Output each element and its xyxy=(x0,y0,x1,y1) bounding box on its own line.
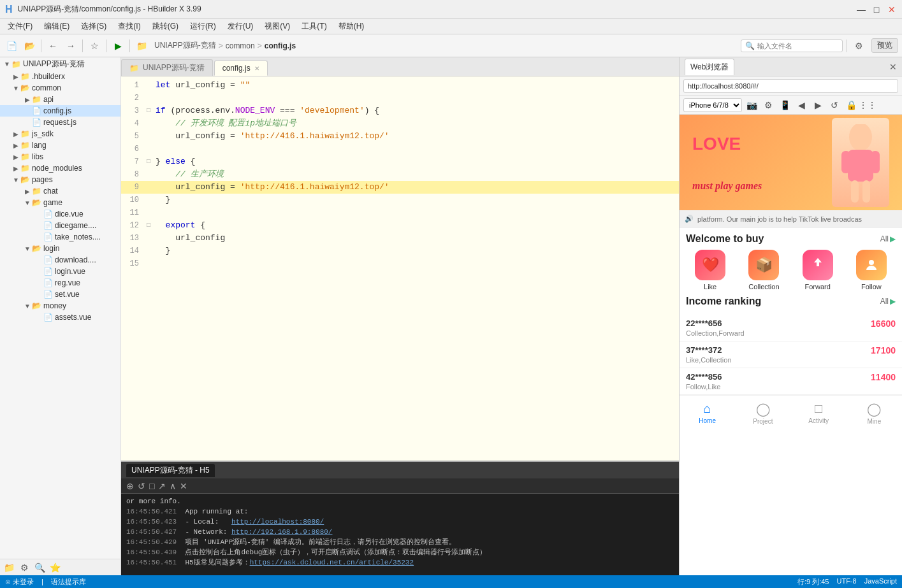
search-input[interactable] xyxy=(757,42,838,50)
star-btn[interactable]: ☆ xyxy=(87,38,102,54)
bottom-toolbar-btn3[interactable]: □ xyxy=(149,481,154,491)
preview-button[interactable]: 预览 xyxy=(871,38,898,53)
tree-item-hbuilderx[interactable]: ▶ 📁 .hbuilderx xyxy=(0,71,120,82)
bottom-toolbar-btn2[interactable]: ↺ xyxy=(138,481,145,491)
web-nav-refresh[interactable]: ↺ xyxy=(827,98,841,112)
tree-item-chat[interactable]: ▶ 📁 chat xyxy=(0,185,120,197)
network-link[interactable]: http://192.168.1.9:8080/ xyxy=(231,528,332,536)
nav-activity[interactable]: □ Activity xyxy=(791,396,847,430)
web-nav-lock[interactable]: 🔒 xyxy=(844,98,858,112)
tree-item-config[interactable]: 📄 config.js xyxy=(0,105,120,117)
menu-publish[interactable]: 发行(U) xyxy=(222,20,259,33)
run-btn[interactable]: ▶ xyxy=(110,38,126,54)
web-address-input[interactable] xyxy=(683,79,898,93)
menu-goto[interactable]: 跳转(G) xyxy=(147,20,184,33)
menu-file[interactable]: 文件(F) xyxy=(3,20,38,33)
icon-item-forward[interactable]: Forward xyxy=(794,250,842,290)
tree-item-common[interactable]: ▼ 📂 common xyxy=(0,82,120,94)
web-nav-screenshot[interactable]: 📷 xyxy=(745,98,759,112)
tab-close-icon[interactable]: ✕ xyxy=(254,65,259,72)
tree-item-pages[interactable]: ▼ 📂 pages xyxy=(0,174,120,185)
tree-item-reg[interactable]: 📄 reg.vue xyxy=(0,277,120,289)
tree-item-download[interactable]: 📄 download.... xyxy=(0,254,120,266)
menu-run[interactable]: 运行(R) xyxy=(185,20,221,33)
close-button[interactable]: ✕ xyxy=(887,4,897,15)
web-nav-forward[interactable]: ▶ xyxy=(811,98,825,112)
web-nav-back[interactable]: ◀ xyxy=(794,98,808,112)
sidebar-footer-btn3[interactable]: 🔍 xyxy=(33,561,46,574)
new-file-btn[interactable]: 📄 xyxy=(4,38,19,54)
icon-item-collection[interactable]: 📦 Collection xyxy=(739,250,788,290)
icon-item-like[interactable]: ❤️ Like xyxy=(686,250,734,290)
menu-select[interactable]: 选择(S) xyxy=(76,20,112,33)
ranking-item-3[interactable]: 42****856 Follow,Like 11400 xyxy=(680,368,902,395)
web-panel-close-btn[interactable]: ✕ xyxy=(889,62,897,72)
menu-bar: 文件(F) 编辑(E) 选择(S) 查找(I) 跳转(G) 运行(R) 发行(U… xyxy=(0,19,902,34)
tree-root[interactable]: ▼ 📁 UNIAPP源码-竞猜 xyxy=(0,57,120,71)
bottom-toolbar-btn5[interactable]: ∧ xyxy=(170,481,176,491)
web-toolbar: iPhone 6/7/8 iPhone X iPad 📷 ⚙ 📱 ◀ ▶ ↺ 🔒… xyxy=(680,96,902,115)
tree-item-libs[interactable]: ▶ 📁 libs xyxy=(0,151,120,162)
income-all[interactable]: All ▶ xyxy=(880,297,896,306)
tree-item-money[interactable]: ▼ 📂 money xyxy=(0,300,120,312)
breadcrumb-folder[interactable]: common xyxy=(226,41,255,50)
sidebar-footer-btn2[interactable]: ⚙ xyxy=(18,561,31,574)
tree-item-game[interactable]: ▼ 📂 game xyxy=(0,197,120,208)
sidebar-footer-btn1[interactable]: 📁 xyxy=(3,561,15,574)
tree-item-loginvue[interactable]: 📄 login.vue xyxy=(0,266,120,277)
sidebar-footer-btn4[interactable]: ⭐ xyxy=(48,561,61,574)
maximize-button[interactable]: □ xyxy=(871,4,882,15)
nav-mine[interactable]: ◯ Mine xyxy=(847,396,902,430)
device-selector[interactable]: iPhone 6/7/8 iPhone X iPad xyxy=(683,98,742,112)
tab-project[interactable]: 📁 UNIAPP源码-竞猜 xyxy=(121,59,213,76)
icon-item-follow[interactable]: Follow xyxy=(847,250,896,290)
tree-item-assets[interactable]: 📄 assets.vue xyxy=(0,312,120,323)
welcome-section: Welcome to buy All ▶ ❤️ Like 📦 C xyxy=(680,228,902,293)
menu-view[interactable]: 视图(V) xyxy=(259,20,295,33)
breadcrumb-project[interactable]: UNIAPP源码-竞猜 xyxy=(154,40,216,51)
bottom-tab-h5[interactable]: UNIAPP源码-竞猜 - H5 xyxy=(126,464,215,477)
web-nav-phone[interactable]: 📱 xyxy=(778,98,792,112)
tree-item-login[interactable]: ▼ 📂 login xyxy=(0,243,120,254)
web-browser-tab[interactable]: Web浏览器 xyxy=(685,59,734,75)
tree-item-api[interactable]: ▶ 📁 api xyxy=(0,94,120,105)
menu-find[interactable]: 查找(I) xyxy=(113,20,145,33)
tab-folder-icon: 📁 xyxy=(129,64,139,73)
menu-edit[interactable]: 编辑(E) xyxy=(39,20,75,33)
forward-btn[interactable]: → xyxy=(63,38,78,54)
bottom-toolbar-btn4[interactable]: ↗ xyxy=(158,481,166,491)
nav-home[interactable]: ⌂ Home xyxy=(680,396,735,430)
filter-icon[interactable]: ⚙ xyxy=(851,38,866,54)
file-search-box[interactable]: 🔍 xyxy=(741,39,843,52)
welcome-all[interactable]: All ▶ xyxy=(880,234,896,243)
terminal-line-5: 16:45:50.429 项目 'UNIAPP源码-竞猜' 编译成功。前端运行日… xyxy=(126,537,674,547)
minimize-button[interactable]: — xyxy=(856,4,866,15)
code-line-13: 13 url_config xyxy=(121,232,679,245)
bottom-toolbar-btn6[interactable]: ✕ xyxy=(180,481,187,491)
nav-project[interactable]: ◯ Project xyxy=(735,396,790,430)
ranking-item-2[interactable]: 37****372 Like,Collection 17100 xyxy=(680,341,902,368)
tree-item-node-modules[interactable]: ▶ 📁 node_modules xyxy=(0,162,120,174)
tree-item-dicegame[interactable]: 📄 dicegame.... xyxy=(0,220,120,231)
bottom-toolbar-btn1[interactable]: ⊕ xyxy=(126,481,134,491)
local-link[interactable]: http://localhost:8080/ xyxy=(231,518,324,526)
breadcrumb-file[interactable]: config.js xyxy=(265,41,296,50)
menu-help[interactable]: 帮助(H) xyxy=(333,20,370,33)
tree-item-dice[interactable]: 📄 dice.vue xyxy=(0,208,120,220)
tree-item-js-sdk[interactable]: ▶ 📁 js_sdk xyxy=(0,128,120,140)
web-nav-settings[interactable]: ⚙ xyxy=(761,98,775,112)
tree-item-takenotes[interactable]: 📄 take_notes.... xyxy=(0,231,120,243)
open-folder-btn[interactable]: 📂 xyxy=(22,38,37,54)
tree-item-lang[interactable]: ▶ 📁 lang xyxy=(0,140,120,151)
tab-config[interactable]: config.js ✕ xyxy=(214,61,268,76)
breadcrumb-sep1: > xyxy=(219,41,223,50)
menu-tools[interactable]: 工具(T) xyxy=(296,20,331,33)
back-btn[interactable]: ← xyxy=(45,38,61,54)
faq-link[interactable]: https://ask.dcloud.net.cn/article/35232 xyxy=(250,559,414,566)
folder-icon: 📂 xyxy=(20,83,30,92)
ranking-item-1[interactable]: 22****656 Collection,Forward 16600 xyxy=(680,315,902,341)
code-editor[interactable]: 1 let url_config = "" 2 3 □ if (process.… xyxy=(121,76,679,461)
web-nav-more[interactable]: ⋮⋮ xyxy=(861,98,875,112)
tree-item-set[interactable]: 📄 set.vue xyxy=(0,289,120,300)
tree-item-request[interactable]: 📄 request.js xyxy=(0,117,120,128)
